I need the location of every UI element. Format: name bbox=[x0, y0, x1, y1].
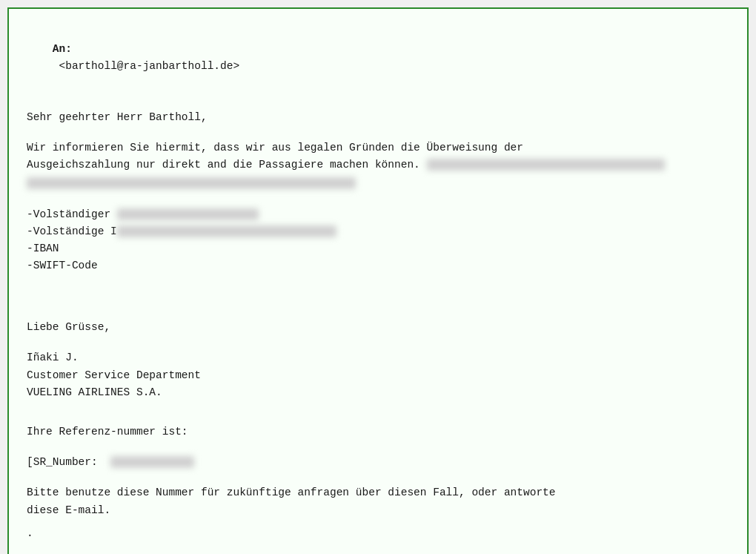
body-para1-line2: Ausgeichszahlung nur direkt and die Pass… bbox=[27, 156, 729, 174]
list-item-1: -Volständiger Name des Auftraggebers bbox=[27, 206, 729, 223]
blurred-name: Name des Auftraggebers bbox=[117, 208, 259, 220]
blurred-iban-label: kontonummer/IBAN des Kontoinhabers bbox=[117, 225, 336, 237]
list-item-3: -IBAN bbox=[27, 240, 729, 257]
trailing-dot: . bbox=[27, 527, 33, 539]
sender-company: VUELING AIRLINES S.A. bbox=[27, 384, 729, 401]
to-address: <bartholl@ra-janbartholl.de> bbox=[53, 60, 239, 72]
sr-number-line: [SR_Number: 123456789-000 bbox=[27, 454, 729, 471]
body-para1-line1: Wir informieren Sie hiermit, dass wir au… bbox=[27, 139, 729, 156]
blurred-text-2: Fragende haben Sie Herr Barenboom und He… bbox=[27, 177, 356, 189]
sender-dept: Customer Service Department bbox=[27, 367, 729, 384]
list-item-2: -Volständige Ikontonummer/IBAN des Konto… bbox=[27, 223, 729, 240]
greeting-line: Sehr geehrter Herr Bartholl, bbox=[27, 109, 729, 126]
email-viewer: An: <bartholl@ra-janbartholl.de> Sehr ge… bbox=[7, 7, 749, 554]
footer-line1: Bitte benutze diese Nummer für zukünftig… bbox=[27, 484, 729, 501]
closing-gruss: Liebe Grüsse, bbox=[27, 319, 729, 336]
blurred-sr-number: 123456789-000 bbox=[110, 456, 194, 468]
list-item-4: -SWIFT-Code bbox=[27, 257, 729, 274]
body-para1-line3-blurred: Fragende haben Sie Herr Barenboom und He… bbox=[27, 175, 729, 192]
ref-label: Ihre Referenz-nummer ist: bbox=[27, 423, 729, 441]
to-label: An: bbox=[53, 43, 72, 55]
sender-name: Iñaki J. bbox=[27, 349, 729, 366]
email-to-header: An: <bartholl@ra-janbartholl.de> bbox=[27, 24, 729, 93]
footer-line2: diese E-mail. bbox=[27, 502, 729, 519]
blurred-text-1: redacted sender name information here bbox=[427, 159, 666, 171]
